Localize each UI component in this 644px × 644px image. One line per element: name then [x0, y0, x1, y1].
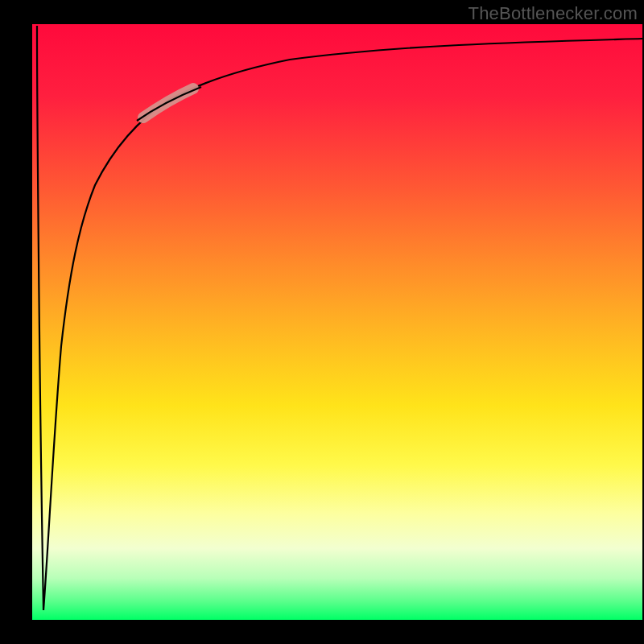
attribution-text: TheBottlenecker.com [469, 3, 638, 24]
chart-frame: TheBottlenecker.com [0, 0, 644, 644]
curve-layer [32, 24, 642, 620]
bottleneck-curve [37, 26, 642, 610]
plot-area [32, 24, 642, 620]
